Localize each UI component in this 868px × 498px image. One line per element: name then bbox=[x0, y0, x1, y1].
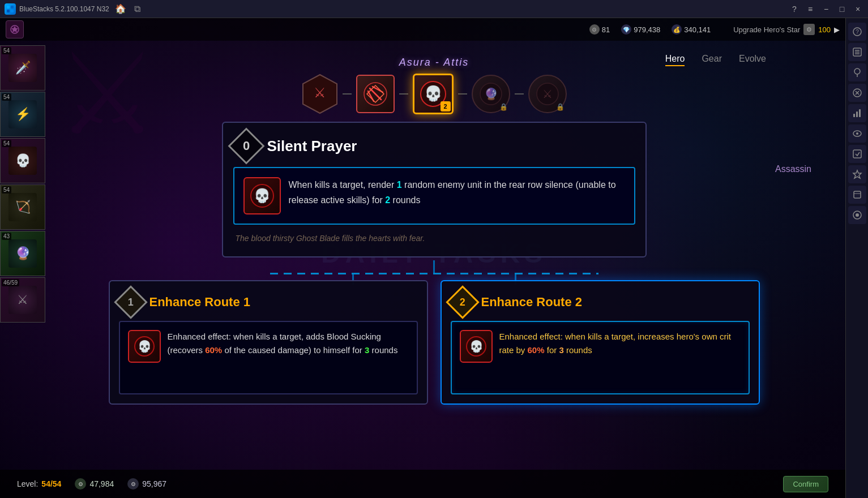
svg-text:💀: 💀 bbox=[424, 84, 443, 102]
enhance-route-2-desc-box: 💀 Enhanced effect: when kills a target, … bbox=[451, 321, 750, 394]
skill-lore: The blood thirsty Ghost Blade fills the … bbox=[233, 230, 635, 246]
svg-rect-36 bbox=[854, 191, 861, 198]
titlebar: BlueStacks 5.2.100.1047 N32 🏠 ⧉ ? ≡ − □ … bbox=[0, 0, 868, 18]
svg-rect-30 bbox=[856, 111, 858, 117]
sidebar-icon-10[interactable] bbox=[848, 206, 866, 224]
maximize-button[interactable]: □ bbox=[836, 3, 848, 15]
hero-avatar-6[interactable]: 46/59 ⚔ bbox=[0, 277, 45, 323]
svg-text:🔮: 🔮 bbox=[484, 87, 498, 101]
svg-text:💀: 💀 bbox=[254, 187, 271, 204]
resource2-stat: 💰 340,141 bbox=[672, 24, 711, 35]
skill-connector-4 bbox=[515, 93, 524, 95]
skill-icon-3-active[interactable]: 💀 2 bbox=[413, 74, 454, 114]
hero-avatar-5[interactable]: 43 🔮 bbox=[0, 231, 45, 276]
svg-rect-0 bbox=[7, 6, 10, 8]
resource2-icon: 💰 bbox=[672, 24, 682, 35]
skill-name: Silent Prayer bbox=[267, 138, 357, 155]
highlight-route2-num: 3 bbox=[559, 345, 563, 355]
class-label: Assassin bbox=[775, 164, 811, 174]
svg-rect-2 bbox=[7, 10, 10, 12]
svg-marker-35 bbox=[853, 170, 861, 178]
highlight-1: 1 bbox=[397, 180, 402, 190]
enhance-route-1-text: Enhanced effect: when kills a target, ad… bbox=[168, 330, 409, 357]
skill-icons-row: ⚔ 💀 2 🔮 🔒 ⚔ 🔒 bbox=[302, 74, 567, 114]
tab-gear[interactable]: Gear bbox=[702, 54, 722, 66]
enhance-route-1-card[interactable]: 1 Enhance Route 1 💀 Enhanced effect: whe… bbox=[109, 280, 428, 405]
highlight-route1-pct: 60% bbox=[205, 345, 222, 355]
gear-stat-icon: ⚙ bbox=[589, 24, 600, 35]
enhance-route-2-title: Enhance Route 2 bbox=[481, 295, 582, 310]
sidebar-icon-8[interactable] bbox=[848, 165, 866, 183]
svg-text:?: ? bbox=[856, 29, 859, 35]
tab-hero[interactable]: Hero bbox=[665, 54, 685, 66]
svg-rect-31 bbox=[859, 109, 861, 117]
hero-avatar-2[interactable]: 54 ⚡ bbox=[0, 92, 45, 137]
svg-rect-1 bbox=[11, 6, 14, 8]
sidebar-icon-2[interactable] bbox=[848, 43, 866, 61]
enhance-route-1-header: 1 Enhance Route 1 bbox=[119, 290, 418, 314]
skill-icon-5[interactable]: ⚔ 🔒 bbox=[528, 75, 567, 113]
tab-evolve[interactable]: Evolve bbox=[739, 54, 766, 66]
help-button[interactable]: ? bbox=[789, 3, 800, 15]
svg-rect-3 bbox=[11, 10, 14, 12]
skill-connector-1 bbox=[343, 93, 352, 95]
skill-icon-4[interactable]: 🔮 🔒 bbox=[472, 75, 510, 113]
hero-name: Asura - Attis bbox=[399, 57, 469, 68]
gear-stat: ⚙ 81 bbox=[589, 24, 610, 35]
skill-card-header: 0 Silent Prayer bbox=[233, 133, 635, 159]
window-controls: ? ≡ − □ × bbox=[789, 3, 863, 15]
home-icon[interactable]: 🏠 bbox=[115, 3, 126, 14]
highlight-2: 2 bbox=[385, 195, 390, 205]
close-button[interactable]: × bbox=[852, 3, 863, 15]
sidebar-icon-3[interactable] bbox=[848, 63, 866, 81]
enhance-route-1-desc-box: 💀 Enhanced effect: when kills a target, … bbox=[119, 321, 418, 394]
skill-level-badge: 0 bbox=[228, 127, 264, 164]
svg-text:⚔: ⚔ bbox=[314, 85, 326, 100]
sidebar-icon-5[interactable] bbox=[848, 104, 866, 122]
upgrade-hero-star[interactable]: Upgrade Hero's Star bbox=[733, 25, 800, 34]
top-game-bar: ⚙ 81 💎 979,438 💰 340,141 Upgrade Hero's … bbox=[0, 18, 845, 41]
skill-connector-2 bbox=[399, 93, 408, 95]
confirm-button[interactable]: Confirm bbox=[783, 476, 828, 492]
lock-icon-5: 🔒 bbox=[556, 103, 565, 111]
sidebar-icon-7[interactable] bbox=[848, 145, 866, 163]
skill-level-2: 2 bbox=[441, 101, 451, 111]
skill-icon-2[interactable] bbox=[356, 75, 395, 113]
sidebar-icon-1[interactable]: ? bbox=[848, 23, 866, 41]
enhance-route-2-text: Enhanced effect: when kills a target, in… bbox=[499, 330, 741, 357]
enhance-badge-1: 1 bbox=[114, 285, 147, 319]
enhance-badge-2: 2 bbox=[446, 285, 479, 319]
app-logo bbox=[5, 3, 16, 15]
svg-text:💀: 💀 bbox=[137, 340, 151, 353]
skill-icon-1[interactable]: ⚔ bbox=[302, 74, 338, 114]
menu-button[interactable]: ≡ bbox=[805, 3, 816, 15]
sidebar-icon-6[interactable] bbox=[848, 124, 866, 143]
hero-avatar-4[interactable]: 54 🏹 bbox=[0, 184, 45, 230]
bottom-bar: Level: 54/54 ⚙ 47,984 ⚙ 95,967 Confirm bbox=[0, 470, 845, 498]
sidebar-icon-9[interactable] bbox=[848, 186, 866, 204]
minimize-button[interactable]: − bbox=[820, 3, 832, 15]
svg-rect-34 bbox=[853, 150, 861, 158]
lock-icon-4: 🔒 bbox=[499, 103, 508, 111]
svg-point-33 bbox=[856, 132, 858, 135]
nav-tabs: Hero Gear Evolve bbox=[665, 54, 766, 66]
sidebar-icon-4[interactable] bbox=[848, 84, 866, 102]
svg-text:⚔: ⚔ bbox=[542, 88, 553, 100]
skill-description-text: When kills a target, render 1 random ene… bbox=[289, 177, 625, 208]
svg-text:💀: 💀 bbox=[469, 340, 483, 353]
hero-avatar-3[interactable]: 54 💀 bbox=[0, 138, 45, 183]
hero-avatar-1[interactable]: 54 🗡️ bbox=[0, 45, 45, 91]
svg-rect-29 bbox=[853, 114, 855, 117]
enhance-route-2-card[interactable]: 2 Enhance Route 2 💀 Enhanced effect: whe… bbox=[441, 280, 760, 405]
main-skill-card: 0 Silent Prayer 💀 When kills a target, r… bbox=[222, 122, 647, 257]
enhance-route-1-title: Enhance Route 1 bbox=[149, 295, 250, 310]
app-title: BlueStacks 5.2.100.1047 N32 bbox=[19, 5, 109, 13]
layers-icon[interactable]: ⧉ bbox=[134, 4, 140, 14]
stat1-value: 47,984 bbox=[89, 479, 114, 488]
skill-description-box: 💀 When kills a target, render 1 random e… bbox=[233, 167, 635, 225]
left-hero-list: 54 🗡️ 54 ⚡ 54 💀 54 🏹 43 🔮 46/59 ⚔ bbox=[0, 45, 45, 323]
skill-connector-3 bbox=[458, 93, 467, 95]
stat2-display: ⚙ 95,967 bbox=[127, 478, 166, 490]
vertical-connector bbox=[433, 260, 435, 273]
skill-icon-display: 💀 bbox=[243, 177, 281, 214]
